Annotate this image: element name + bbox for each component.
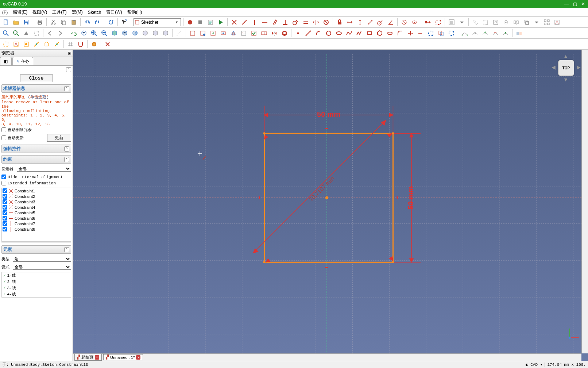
select-elements-icon[interactable] xyxy=(1,40,10,49)
mirror-sketch-icon[interactable] xyxy=(270,29,279,38)
zoom-selection-icon[interactable] xyxy=(12,29,20,38)
update-button[interactable]: 更新 xyxy=(47,134,71,142)
constrain-equal-icon[interactable] xyxy=(301,18,310,27)
show-bspline-info-icon[interactable] xyxy=(460,29,469,38)
rectangular-array-icon[interactable] xyxy=(542,18,551,27)
constrain-block-icon[interactable] xyxy=(322,18,330,27)
cube-down-arrow[interactable]: ▼ xyxy=(563,77,568,83)
dropdown-icon[interactable] xyxy=(457,18,466,27)
zoom-fit-icon[interactable] xyxy=(1,29,10,38)
menu-macro[interactable]: 宏(M) xyxy=(72,9,83,15)
constraint-checkbox[interactable] xyxy=(3,216,7,221)
new-file-icon[interactable] xyxy=(1,18,10,27)
select-redundant-icon[interactable] xyxy=(22,40,31,49)
select-dof-icon[interactable] xyxy=(32,40,41,49)
menu-window[interactable]: 窗口(W) xyxy=(106,9,122,15)
cube-right-arrow[interactable]: ▶ xyxy=(577,64,581,70)
constrain-lock-icon[interactable] xyxy=(335,18,344,27)
edit-controls-header[interactable]: 编辑控件 ⌃ xyxy=(1,145,71,153)
create-arc-icon[interactable] xyxy=(314,29,323,38)
constrain-perpendicular-icon[interactable] xyxy=(281,18,290,27)
convert-nurbs-icon[interactable]: N xyxy=(471,29,479,38)
constrain-coincident-icon[interactable] xyxy=(230,18,239,27)
constraint-checkbox[interactable] xyxy=(3,205,7,210)
constrain-vdistance-icon[interactable] xyxy=(356,18,364,27)
select-conflicting-icon[interactable] xyxy=(12,40,20,49)
vertical-scrollbar[interactable] xyxy=(581,50,588,353)
document-tab[interactable]: ▞ Unnamed : 1* × xyxy=(103,354,143,360)
close-tab-icon[interactable]: × xyxy=(136,355,140,360)
macro-record-icon[interactable] xyxy=(186,18,194,27)
view-sketch-icon[interactable] xyxy=(219,29,228,38)
edit-sketch-icon[interactable] xyxy=(198,29,207,38)
extended-info-checkbox[interactable] xyxy=(1,181,6,185)
link-make-icon[interactable] xyxy=(69,29,78,38)
isometric-icon[interactable] xyxy=(80,29,88,38)
dim-diag-label[interactable]: 70.7107 mm xyxy=(308,175,336,203)
tab-model[interactable]: ◧ xyxy=(0,57,12,65)
validate-sketch-icon[interactable] xyxy=(249,29,258,38)
constraint-item[interactable]: Constraint6 xyxy=(2,215,71,221)
element-item[interactable]: ∕4-线 xyxy=(2,291,71,297)
constraints-list[interactable]: Constraint1 Constraint2 Constraint3 Cons… xyxy=(1,188,71,242)
select-origin-icon[interactable] xyxy=(502,18,510,27)
toggle-driving-icon[interactable] xyxy=(423,18,432,27)
tab-task[interactable]: ✎ 任务 xyxy=(12,57,33,65)
constraint-item[interactable]: Constraint4 xyxy=(2,204,71,210)
leave-sketch-icon[interactable] xyxy=(209,29,217,38)
constraint-checkbox[interactable] xyxy=(3,221,7,226)
constraint-checkbox[interactable] xyxy=(3,210,7,215)
constrain-pointonobject-icon[interactable] xyxy=(240,18,249,27)
dropdown-icon[interactable] xyxy=(532,18,541,27)
auto-update-checkbox[interactable] xyxy=(1,135,6,140)
constrain-symmetric-icon[interactable] xyxy=(312,18,320,27)
constraint-item[interactable]: Constraint5 xyxy=(2,210,71,215)
render-icon[interactable] xyxy=(90,40,98,49)
view-front-icon[interactable] xyxy=(110,29,119,38)
pin-icon[interactable]: ▣ xyxy=(68,51,71,55)
view-fit-icon[interactable] xyxy=(447,18,456,27)
whats-this-icon[interactable]: ? xyxy=(120,18,129,27)
menu-view[interactable]: 视图(V) xyxy=(32,9,47,15)
toggle-snap-icon[interactable] xyxy=(76,40,85,49)
cut-icon[interactable] xyxy=(49,18,58,27)
start-page-tab[interactable]: ▞ 起始页 × xyxy=(74,354,102,361)
navigation-cube[interactable]: ▲ ▼ ◀ ▶ TOP xyxy=(552,53,581,83)
auto-remove-checkbox[interactable] xyxy=(1,127,6,132)
constraint-item[interactable]: Constraint3 xyxy=(2,199,71,204)
switch-virtual-space-icon[interactable] xyxy=(515,29,523,38)
create-polyline-icon[interactable] xyxy=(355,29,364,38)
collapse-icon[interactable]: ⌃ xyxy=(66,67,71,72)
draw-style-icon[interactable] xyxy=(22,29,31,38)
view-left-icon[interactable] xyxy=(161,29,170,38)
zoom-out-icon[interactable] xyxy=(100,29,109,38)
create-line-icon[interactable] xyxy=(304,29,313,38)
constrain-tangent-icon[interactable] xyxy=(291,18,300,27)
create-fillet-icon[interactable] xyxy=(396,29,405,38)
chevron-up-icon[interactable]: ⌃ xyxy=(64,146,69,152)
solver-section-header[interactable]: 求解器信息 ⌃ xyxy=(1,84,71,93)
close-shape-icon[interactable] xyxy=(42,40,51,49)
menu-tools[interactable]: 工具(T) xyxy=(52,9,66,15)
extend-edge-icon[interactable] xyxy=(416,29,425,38)
zoom-in-icon[interactable] xyxy=(90,29,98,38)
external-geom-icon[interactable] xyxy=(426,29,435,38)
map-sketch-icon[interactable] xyxy=(229,29,238,38)
select-constraints-icon[interactable] xyxy=(481,18,490,27)
workbench-selector[interactable]: Sketcher ▼ xyxy=(134,18,181,26)
view-rear-icon[interactable] xyxy=(141,29,150,38)
create-ellipse-icon[interactable] xyxy=(334,29,343,38)
constraint-checkbox[interactable] xyxy=(3,194,7,199)
trim-edge-icon[interactable] xyxy=(406,29,415,38)
paste-icon[interactable] xyxy=(69,18,78,27)
create-rectangle-icon[interactable] xyxy=(365,29,374,38)
reorient-sketch-icon[interactable] xyxy=(239,29,248,38)
carbon-copy-icon[interactable] xyxy=(437,29,445,38)
constraint-checkbox[interactable] xyxy=(3,227,7,231)
toggle-construction-icon[interactable] xyxy=(447,29,456,38)
copy-icon[interactable] xyxy=(59,18,68,27)
create-circle-icon[interactable] xyxy=(324,29,333,38)
decrease-degree-icon[interactable] xyxy=(491,29,500,38)
constraint-item[interactable]: Constraint7 xyxy=(2,221,71,226)
create-bspline-icon[interactable] xyxy=(345,29,353,38)
